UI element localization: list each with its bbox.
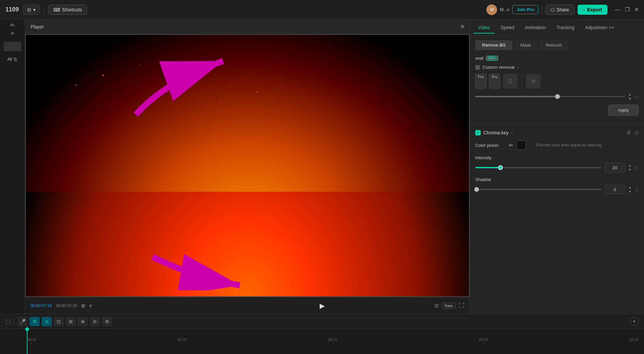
sidebar-filter-icon[interactable]: ⇅ — [13, 57, 17, 62]
color-picker-row: Color picker ✏ Pick the color then adjus… — [475, 140, 639, 150]
close-button[interactable]: ✕ — [634, 6, 639, 13]
slider-up-arrow[interactable]: ▲ — [628, 93, 632, 96]
tl-icon-settings[interactable]: ⚙ — [102, 317, 112, 326]
minimize-button[interactable]: — — [615, 7, 620, 13]
shadow-slider-track[interactable] — [475, 189, 601, 190]
share-label: Share — [556, 7, 569, 12]
window-controls: — ❐ ✕ — [615, 6, 639, 13]
fullscreen-button[interactable]: ⛶ — [459, 303, 464, 309]
divider-pro — [522, 74, 522, 87]
apply-button[interactable]: Apply — [608, 105, 639, 116]
tab-tracking[interactable]: Tracking — [552, 22, 579, 34]
user-area: M M...n Join Pro — [486, 4, 538, 15]
timeline-add-button[interactable]: + — [630, 317, 639, 326]
custom-removal-label: Custom removal — [483, 65, 515, 70]
tab-more-icon: >> — [609, 25, 614, 30]
maximize-button[interactable]: ❐ — [625, 6, 630, 13]
player-menu-button[interactable]: ≡ — [461, 23, 464, 30]
shadow-up-arrow[interactable]: ▲ — [628, 185, 632, 189]
screenshot-button[interactable]: ⊙ — [434, 302, 439, 309]
ruler-mark-1: |00:15 — [177, 338, 187, 345]
chroma-key-checkbox[interactable]: ✓ — [475, 130, 481, 135]
removal-slider-fill — [475, 96, 557, 97]
tl-icon-zoom[interactable]: ⊕ — [78, 317, 88, 326]
subtab-mask[interactable]: Mask — [514, 40, 538, 50]
shadow-value[interactable]: 0 — [605, 185, 625, 194]
subtab-retouch[interactable]: Retouch — [539, 40, 569, 50]
tl-divider1 — [14, 318, 14, 325]
share-button[interactable]: ⬡ Share — [545, 5, 574, 15]
icon-placeholder-1[interactable]: ⊙ — [503, 74, 518, 88]
shadow-slider-thumb[interactable] — [474, 187, 479, 192]
tab-video[interactable]: Video — [473, 22, 495, 34]
custom-removal-checkbox[interactable] — [475, 65, 480, 70]
intensity-reset-icon[interactable]: ◇ — [635, 165, 639, 170]
icon-placeholder-2[interactable]: ⊕ — [526, 74, 541, 88]
sidebar-ac-label: Ac — [10, 23, 15, 27]
eyedropper-icon[interactable]: ✏ — [509, 142, 513, 149]
chroma-title-row: ✓ Chroma key › ↺ ◇ — [475, 129, 639, 136]
shadow-slider-row: 0 ▲ ▼ ◇ — [475, 185, 639, 194]
ratio-badge[interactable]: Ratio — [442, 303, 455, 309]
shadow-arrows: ▲ ▼ — [628, 185, 632, 193]
color-hint: Pick the color then adjust its intensity… — [536, 143, 603, 148]
tl-icon-group: 🎤 ⧉ ⧈ ⊡ ⊞ ⊕ ⊖ ⚙ — [17, 317, 112, 326]
subtab-remove-bg[interactable]: Remove BG — [475, 40, 513, 50]
auto-removal-title-row: oval PRO — [475, 56, 639, 61]
intensity-value[interactable]: 20 — [605, 163, 625, 172]
tl-icon-clip2[interactable]: ⧈ — [42, 317, 52, 326]
slider-down-arrow[interactable]: ▼ — [628, 97, 632, 101]
playhead[interactable] — [27, 329, 28, 354]
intensity-slider-thumb[interactable] — [498, 165, 503, 170]
sub-tabs: Remove BG Mask Retouch — [470, 36, 644, 50]
timeline-ruler: |00:10 |00:15 |00:20 |00:25 |00:30 — [0, 329, 644, 354]
tl-icon-magnet[interactable]: 🎤 — [17, 317, 28, 326]
ember-5 — [186, 61, 187, 62]
removal-slider-track[interactable] — [475, 96, 625, 97]
color-swatch[interactable] — [517, 140, 526, 150]
chroma-reset-icon[interactable]: ↺ — [626, 129, 631, 136]
join-pro-button[interactable]: Join Pro — [512, 5, 538, 14]
tab-speed[interactable]: Speed — [496, 22, 519, 34]
layout-button[interactable]: ⊟ ▾ — [23, 5, 40, 15]
removal-reset-icon[interactable]: ◇ — [635, 94, 639, 99]
ember-1 — [102, 74, 104, 76]
current-time: 00:00:07:19 — [31, 303, 52, 308]
tl-icon-clip1[interactable]: ⧉ — [30, 317, 40, 326]
tab-animation[interactable]: Animation — [520, 22, 550, 34]
ruler-mark-0: |00:10 — [27, 338, 36, 345]
tab-adjustment[interactable]: Adjustmen >> — [580, 22, 619, 34]
removal-slider-thumb[interactable] — [555, 94, 560, 99]
chroma-expand-icon[interactable]: › — [511, 130, 513, 135]
tl-icon-link[interactable]: ⊡ — [54, 317, 64, 326]
ember-3 — [75, 84, 77, 86]
chroma-diamond-icon[interactable]: ◇ — [635, 129, 639, 136]
shadow-down-arrow[interactable]: ▼ — [628, 190, 632, 193]
shortcuts-button[interactable]: ⌨ Shortcuts — [48, 5, 87, 15]
custom-removal-expand[interactable]: › — [517, 65, 519, 70]
timeline-crop-button[interactable]: ⬚ — [5, 318, 10, 324]
list-view-button[interactable]: ≡ — [89, 303, 92, 308]
top-bar: 1109 ⊟ ▾ ⌨ Shortcuts M M...n Join Pro ⬡ … — [0, 0, 644, 19]
grid-view-button[interactable]: ⊞ — [81, 303, 85, 308]
fire-top-gradient — [25, 34, 470, 192]
shadow-reset-icon[interactable]: ◇ — [635, 187, 639, 192]
intensity-slider-track[interactable] — [475, 167, 601, 168]
play-button[interactable]: ▶ — [320, 302, 325, 310]
project-title: 1109 — [5, 6, 19, 13]
layout-dropdown-icon: ▾ — [33, 7, 36, 12]
intensity-up-arrow[interactable]: ▲ — [628, 164, 632, 167]
intensity-down-arrow[interactable]: ▼ — [628, 168, 632, 172]
sidebar-search-area[interactable] — [4, 42, 21, 51]
shadow-row: Shadow 0 ▲ ▼ ◇ — [475, 177, 639, 194]
auto-removal-label: oval — [475, 56, 483, 61]
export-button[interactable]: ↑ Export — [578, 5, 607, 15]
main-layout: Ac » All ⇅ Player ≡ — [0, 19, 644, 314]
divider2 — [542, 5, 542, 14]
ember-2 — [139, 64, 140, 65]
sidebar-expand-button[interactable]: » — [11, 30, 14, 37]
tl-icon-split[interactable]: ⊞ — [66, 317, 76, 326]
top-bar-left: 1109 ⊟ ▾ ⌨ Shortcuts — [5, 5, 87, 15]
chroma-icons: ↺ ◇ — [626, 129, 639, 136]
tl-icon-zoom-out[interactable]: ⊖ — [90, 317, 100, 326]
